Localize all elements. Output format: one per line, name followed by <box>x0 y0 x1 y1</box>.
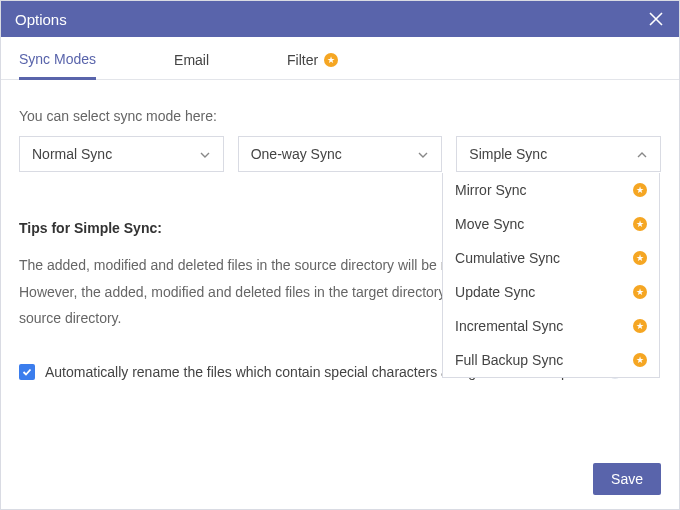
dropdown-item-label: Mirror Sync <box>455 182 527 198</box>
select-value: One-way Sync <box>251 146 342 162</box>
star-icon: ★ <box>633 353 647 367</box>
star-icon: ★ <box>324 53 338 67</box>
chevron-up-icon <box>636 148 648 160</box>
close-button[interactable] <box>647 10 665 28</box>
dropdown-item-incremental-sync[interactable]: Incremental Sync ★ <box>443 309 659 343</box>
tab-sync-modes[interactable]: Sync Modes <box>19 51 96 80</box>
close-icon <box>647 10 665 28</box>
dropdown-item-label: Incremental Sync <box>455 318 563 334</box>
dropdown-item-label: Cumulative Sync <box>455 250 560 266</box>
star-icon: ★ <box>633 285 647 299</box>
star-icon: ★ <box>633 183 647 197</box>
dropdown-panel: Mirror Sync ★ Move Sync ★ Cumulative Syn… <box>442 173 660 378</box>
select-value: Simple Sync <box>469 146 547 162</box>
tab-label: Filter <box>287 52 318 68</box>
dropdown-item-mirror-sync[interactable]: Mirror Sync ★ <box>443 173 659 207</box>
hint-text: You can select sync mode here: <box>19 108 661 124</box>
star-icon: ★ <box>633 251 647 265</box>
options-dialog: Options Sync Modes Email Filter ★ You ca… <box>0 0 680 510</box>
dropdown-item-update-sync[interactable]: Update Sync ★ <box>443 275 659 309</box>
chevron-down-icon <box>417 148 429 160</box>
chevron-down-icon <box>199 148 211 160</box>
dialog-footer: Save <box>1 449 679 509</box>
dropdown-item-label: Update Sync <box>455 284 535 300</box>
dropdown-item-cumulative-sync[interactable]: Cumulative Sync ★ <box>443 241 659 275</box>
select-normal-sync[interactable]: Normal Sync <box>19 136 224 172</box>
star-icon: ★ <box>633 217 647 231</box>
check-icon <box>22 367 32 377</box>
tab-email[interactable]: Email <box>174 51 209 79</box>
dropdown-item-move-sync[interactable]: Move Sync ★ <box>443 207 659 241</box>
tab-filter[interactable]: Filter ★ <box>287 51 338 79</box>
titlebar: Options <box>1 1 679 37</box>
save-button[interactable]: Save <box>593 463 661 495</box>
dropdown-item-label: Move Sync <box>455 216 524 232</box>
select-value: Normal Sync <box>32 146 112 162</box>
dropdown-item-full-backup-sync[interactable]: Full Backup Sync ★ <box>443 343 659 377</box>
tab-label: Email <box>174 52 209 68</box>
select-row: Normal Sync One-way Sync Simple Sync <box>19 136 661 172</box>
tab-label: Sync Modes <box>19 51 96 67</box>
select-simple-sync[interactable]: Simple Sync Mirror Sync ★ Move Sync ★ Cu… <box>456 136 661 172</box>
select-one-way-sync[interactable]: One-way Sync <box>238 136 443 172</box>
window-title: Options <box>15 11 67 28</box>
dropdown-item-label: Full Backup Sync <box>455 352 563 368</box>
tab-content: You can select sync mode here: Normal Sy… <box>1 80 679 449</box>
auto-rename-checkbox[interactable] <box>19 364 35 380</box>
tabs-row: Sync Modes Email Filter ★ <box>1 37 679 80</box>
star-icon: ★ <box>633 319 647 333</box>
